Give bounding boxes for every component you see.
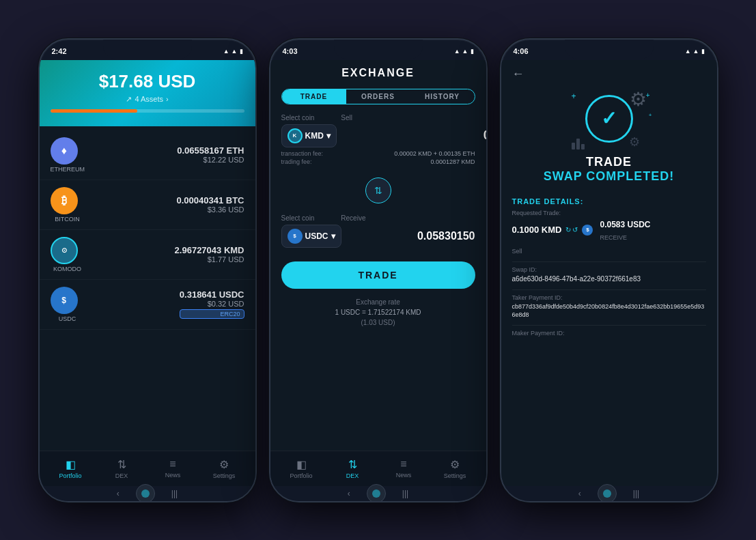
nav-news-2[interactable]: ≡ News xyxy=(378,458,430,479)
coin-usdc-left: $ USDC xyxy=(51,287,85,322)
assets-link[interactable]: ↗ 4 Assets › xyxy=(51,95,244,104)
success-graphic: + ✓ ⚙ ⚙ + + xyxy=(572,88,647,150)
settings-nav-label-2: Settings xyxy=(444,472,466,479)
signal-icon: ▲ xyxy=(223,48,229,55)
taker-payment-value: cb877d336af9dfde50b4d9cf20b0824fb8e4d301… xyxy=(512,302,706,319)
news-nav-label-1: News xyxy=(165,472,181,479)
sell-row: K KMD ▾ MAX xyxy=(281,124,475,147)
rate-section: Exchange rate 1 USDC = 1.71522174 KMD (1… xyxy=(270,297,486,328)
btc-icon: ₿ xyxy=(51,187,78,214)
news-nav-icon-1: ≡ xyxy=(169,458,176,470)
portfolio-nav-label-2: Portfolio xyxy=(290,472,312,479)
eth-usd: $12.22 USD xyxy=(177,156,244,164)
trade-details: TRADE DETAILS: Requested Trade: 0.1000 K… xyxy=(501,192,717,486)
portfolio-nav-icon-2: ◧ xyxy=(296,458,307,471)
back-btn-1[interactable]: ‹ xyxy=(117,489,120,498)
coin-item-btc[interactable]: ₿ BITCOIN 0.00040341 BTC $3.36 USD xyxy=(40,180,255,230)
dex-nav-icon-2: ⇅ xyxy=(348,458,357,471)
receive-row: $ USDC ▾ 0.05830150 xyxy=(281,225,475,248)
sell-amount-input[interactable] xyxy=(342,128,486,143)
kmd-usd: $1.77 USD xyxy=(175,255,244,264)
dropdown-arrow-2: ▾ xyxy=(331,231,335,241)
battery-icon-2: ▮ xyxy=(471,48,474,55)
signal-icon-2: ▲ xyxy=(454,48,460,55)
transaction-fee-row: transaction fee: 0.00002 KMD + 0.00135 E… xyxy=(281,150,475,157)
trading-fee-value: 0.0001287 KMD xyxy=(430,158,475,165)
menu-btn-1[interactable]: ||| xyxy=(171,489,178,498)
tab-orders[interactable]: ORDERS xyxy=(346,89,410,104)
bar-1 xyxy=(572,143,575,150)
coin-item-kmd[interactable]: ⊙ KOMODO 2.96727043 KMD $1.77 USD xyxy=(40,230,255,280)
trade-form: Select coin Sell K KMD ▾ MAX transaction… xyxy=(270,109,486,172)
dex-nav-icon-1: ⇅ xyxy=(117,458,126,471)
status-icons-3: ▲ ▲ ▮ xyxy=(685,48,705,55)
portfolio-nav-label: Portfolio xyxy=(59,472,81,479)
receive-label-text: RECEIVE xyxy=(600,234,627,241)
home-btn-2[interactable] xyxy=(367,484,386,502)
back-btn-2[interactable]: ‹ xyxy=(348,489,350,498)
rate-label: Exchange rate xyxy=(270,297,486,307)
back-row: ← xyxy=(501,60,717,81)
nav-portfolio[interactable]: ◧ Portfolio xyxy=(45,458,96,479)
bar-2 xyxy=(576,139,580,150)
swap-arrows-icon: ↻ ↺ xyxy=(565,226,578,233)
screen-1: $17.68 USD ↗ 4 Assets › ♦ ETHEREUM xyxy=(40,60,255,486)
menu-btn-2[interactable]: ||| xyxy=(402,489,408,498)
nav-settings-2[interactable]: ⚙ Settings xyxy=(430,458,481,479)
screen-2: EXCHANGE TRADE ORDERS HISTORY Select coi… xyxy=(270,60,486,486)
trade-button[interactable]: TRADE xyxy=(281,261,475,289)
usdc-icon: $ xyxy=(51,287,78,314)
receive-form: Select coin Receive $ USDC ▾ 0.05830150 xyxy=(270,209,486,253)
rate-value: 1 USDC = 1.71522174 KMD xyxy=(270,307,486,317)
nav-dex-2[interactable]: ⇅ DEX xyxy=(327,458,378,479)
dropdown-arrow: ▾ xyxy=(326,131,331,141)
home-bar-1: ‹ ||| xyxy=(40,486,255,501)
coin-btc-left: ₿ BITCOIN xyxy=(51,187,85,223)
time-display-1: 2:42 xyxy=(52,47,67,55)
coin-item-eth[interactable]: ♦ ETHEREUM 0.06558167 ETH $12.22 USD xyxy=(40,130,255,180)
home-btn-1[interactable] xyxy=(136,484,155,502)
divider-3 xyxy=(512,325,706,326)
back-button[interactable]: ← xyxy=(512,67,524,81)
trade-details-title: TRADE DETAILS: xyxy=(512,197,706,205)
back-btn-3[interactable]: ‹ xyxy=(578,489,581,498)
phone-notch xyxy=(103,40,192,59)
news-nav-icon-2: ≡ xyxy=(400,458,406,470)
nav-portfolio-2[interactable]: ◧ Portfolio xyxy=(276,458,327,479)
coin-item-usdc[interactable]: $ USDC 0.318641 USDC $0.32 USD ERC20 xyxy=(40,280,255,330)
select-coin-label: Select coin xyxy=(281,114,315,122)
wifi-icon-2: ▲ xyxy=(462,48,468,55)
sell-section-label: Select coin Sell xyxy=(281,114,475,122)
signal-icon-3: ▲ xyxy=(685,48,691,55)
receive-section: 0.0583 USDC RECEIVE xyxy=(600,218,650,242)
nav-news-1[interactable]: ≡ News xyxy=(148,458,199,479)
plus-decoration-2: + xyxy=(646,91,650,99)
portfolio-header: $17.68 USD ↗ 4 Assets › xyxy=(40,60,255,126)
usdc-usd: $0.32 USD xyxy=(180,300,244,308)
nav-dex-1[interactable]: ⇅ DEX xyxy=(96,458,148,479)
btc-amount: 0.00040341 BTC xyxy=(176,195,244,205)
battery-icon-3: ▮ xyxy=(701,48,705,55)
trend-icon: ↗ xyxy=(126,95,132,104)
home-btn-3[interactable] xyxy=(598,484,617,502)
kmd-label: KOMODO xyxy=(53,266,81,272)
transaction-fee-value: 0.00002 KMD + 0.00135 ETH xyxy=(394,150,475,157)
sell-label: Sell xyxy=(341,114,352,122)
wifi-icon: ▲ xyxy=(232,48,238,55)
assets-count: 4 Assets xyxy=(135,95,163,103)
sell-coin-select[interactable]: K KMD ▾ xyxy=(281,124,337,147)
phone-exchange: 4:03 ▲ ▲ ▮ EXCHANGE TRADE ORDERS HISTORY… xyxy=(269,38,488,502)
swap-direction-button[interactable]: ⇅ xyxy=(365,177,391,203)
tab-trade[interactable]: TRADE xyxy=(282,89,346,104)
screen-3: ← + ✓ ⚙ ⚙ + + TRADE SWAP COMPLETED! xyxy=(501,60,717,486)
tab-history[interactable]: HISTORY xyxy=(410,89,475,104)
bar-3 xyxy=(581,144,585,150)
receive-coin-select[interactable]: $ USDC ▾ xyxy=(281,225,341,248)
receive-amount-display: 0.05830150 xyxy=(347,230,475,242)
trading-fee-label: trading fee: xyxy=(281,158,312,165)
swap-direction-row: ⇅ xyxy=(270,177,486,203)
nav-settings-1[interactable]: ⚙ Settings xyxy=(199,458,250,479)
news-nav-label-2: News xyxy=(396,472,412,479)
portfolio-progress xyxy=(51,109,244,113)
menu-btn-3[interactable]: ||| xyxy=(633,489,639,498)
